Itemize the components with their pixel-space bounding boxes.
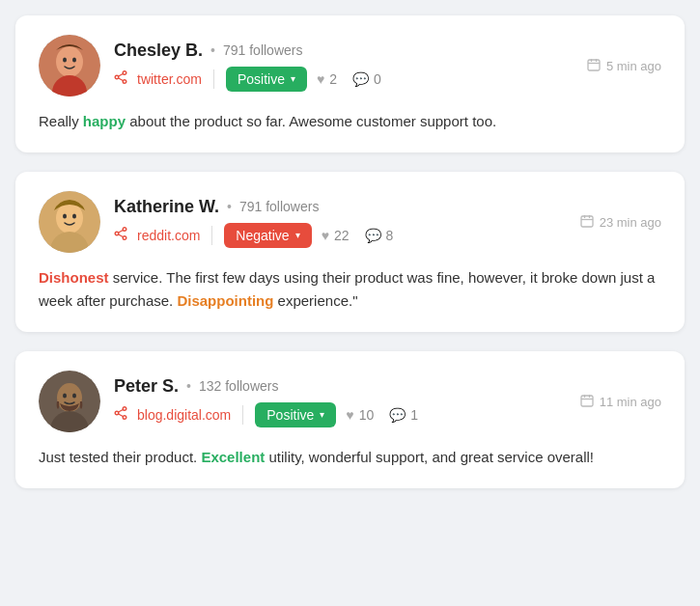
svg-point-18 [72, 214, 76, 219]
comment-count: 💬 1 [389, 407, 418, 423]
follower-count: 791 followers [223, 42, 303, 58]
card-body: Just tested their product. Excellent uti… [39, 446, 661, 469]
share-icon [114, 406, 127, 423]
heart-icon: ♥ [317, 71, 324, 87]
follower-count: 791 followers [239, 199, 320, 214]
svg-rect-10 [588, 60, 600, 70]
svg-point-19 [123, 228, 126, 232]
separator-dot: • [227, 199, 232, 214]
svg-line-9 [119, 78, 124, 81]
source-link[interactable]: blog.digital.com [137, 407, 231, 423]
separator-dot: • [210, 42, 215, 58]
svg-line-8 [119, 73, 124, 76]
user-name: Peter S. [114, 376, 179, 397]
sentiment-label: Positive [238, 71, 285, 87]
comment-icon: 💬 [365, 228, 381, 243]
svg-point-21 [123, 236, 126, 240]
like-count: ♥ 2 [317, 71, 337, 87]
sentiment-button[interactable]: Negative ▾ [224, 223, 311, 248]
sentiment-button[interactable]: Positive ▾ [226, 67, 307, 92]
svg-line-23 [119, 234, 124, 237]
chevron-down-icon: ▾ [320, 409, 324, 420]
source-link[interactable]: twitter.com [137, 71, 202, 87]
divider [242, 405, 243, 425]
svg-line-37 [119, 414, 124, 417]
body-text: experience." [273, 292, 357, 309]
heart-icon: ♥ [346, 407, 353, 423]
svg-point-32 [72, 394, 76, 399]
svg-point-1 [56, 46, 83, 77]
card-body: Really happy about the product so far. A… [39, 110, 661, 133]
body-text: utility, wonderful support, and great se… [265, 449, 594, 465]
svg-point-34 [115, 411, 119, 415]
comment-icon: 💬 [352, 71, 369, 87]
highlight-warning: Disappointing [177, 292, 273, 309]
highlight-negative: Dishonest [39, 269, 109, 286]
calendar-icon [580, 394, 594, 410]
svg-point-20 [115, 232, 119, 235]
svg-point-5 [123, 71, 126, 75]
body-text: about the product so far. Awesome custom… [126, 113, 496, 129]
sentiment-label: Negative [236, 228, 289, 243]
timestamp-text: 23 min ago [600, 215, 661, 230]
timestamp-area: 23 min ago [580, 214, 661, 231]
svg-point-7 [123, 80, 126, 84]
source-link[interactable]: reddit.com [137, 228, 200, 243]
svg-point-6 [115, 75, 119, 79]
body-text: Really [39, 113, 83, 129]
card-body: Dishonest service. The first few days us… [39, 266, 661, 313]
svg-point-4 [72, 58, 76, 63]
comment-icon: 💬 [389, 407, 406, 423]
svg-rect-38 [581, 396, 593, 406]
timestamp-area: 11 min ago [580, 394, 661, 410]
engagement-counts: ♥ 10 💬 1 [346, 407, 418, 423]
heart-icon: ♥ [322, 228, 329, 243]
sentiment-button[interactable]: Positive ▾ [255, 402, 336, 427]
sentiment-label: Positive [266, 407, 314, 423]
follower-count: 132 followers [199, 378, 279, 394]
card-chesley: Chesley B. • 791 followers [15, 15, 685, 152]
svg-point-31 [63, 394, 67, 399]
avatar-chesley [39, 35, 100, 96]
svg-line-22 [119, 230, 124, 233]
card-katherine: Katherine W. • 791 followers [15, 172, 685, 332]
svg-point-15 [56, 203, 83, 234]
engagement-counts: ♥ 2 💬 0 [317, 71, 381, 87]
like-count: ♥ 22 [322, 228, 350, 243]
avatar-peter [39, 371, 100, 432]
chevron-down-icon: ▾ [295, 230, 300, 240]
card-peter: Peter S. • 132 followers [15, 351, 685, 488]
comment-count: 💬 0 [352, 71, 381, 87]
svg-point-3 [63, 58, 67, 63]
calendar-icon [580, 214, 594, 231]
highlight-positive: happy [83, 113, 126, 129]
svg-rect-24 [581, 216, 593, 227]
timestamp-text: 5 min ago [606, 59, 661, 73]
like-count: ♥ 10 [346, 407, 374, 423]
user-name: Chesley B. [114, 41, 203, 61]
separator-dot: • [186, 378, 191, 394]
svg-line-36 [119, 409, 124, 412]
svg-point-17 [63, 214, 67, 219]
calendar-icon [587, 58, 601, 74]
share-icon [114, 227, 127, 243]
divider [211, 226, 212, 245]
engagement-counts: ♥ 22 💬 8 [322, 228, 394, 243]
share-icon [114, 70, 127, 87]
divider [213, 69, 214, 89]
timestamp-text: 11 min ago [600, 395, 661, 409]
body-text: Just tested their product. [39, 449, 201, 465]
user-name: Katherine W. [114, 197, 219, 217]
highlight-positive: Excellent [201, 449, 265, 465]
comment-count: 💬 8 [365, 228, 394, 243]
chevron-down-icon: ▾ [291, 73, 295, 84]
timestamp-area: 5 min ago [587, 58, 661, 74]
svg-point-33 [123, 407, 126, 411]
svg-point-35 [123, 416, 126, 420]
avatar-katherine [39, 191, 100, 253]
